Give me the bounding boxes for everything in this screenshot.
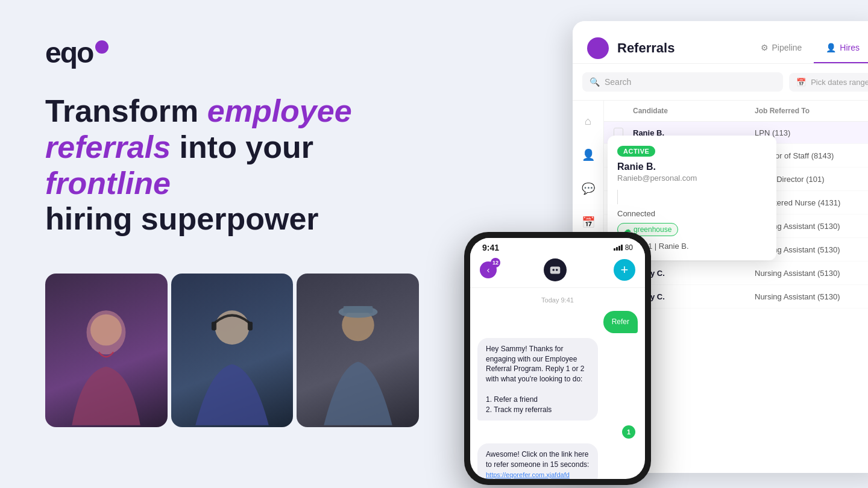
back-button-wrapper: ‹ 12 <box>480 261 497 278</box>
tab-hires-label: Hires <box>840 43 860 52</box>
chat-messages: Today 9:41 Refer Hey Sammy! Thanks for e… <box>470 288 645 479</box>
photo-panel-1 <box>45 274 168 427</box>
message-bot-1: Hey Sammy! Thanks for engaging with our … <box>477 338 598 421</box>
col-candidate: Candidate <box>633 107 755 115</box>
logo-dot <box>95 40 108 54</box>
referral-link[interactable]: https://eqorefer.com.xjafdafd <box>486 471 570 478</box>
chat-avatar <box>544 258 567 281</box>
date-picker-label: Pick dates range <box>811 78 868 87</box>
phone-screen: 9:41 80 ‹ 12 <box>470 238 645 479</box>
tab-pipeline-label: Pipeline <box>772 43 802 52</box>
headline-part1: Transform <box>45 93 207 128</box>
headline-part3: into your <box>171 130 313 164</box>
active-badge: ACTIVE <box>617 146 655 157</box>
phone-header: ‹ 12 + <box>470 255 645 288</box>
col-job: Job Referred To <box>755 107 868 115</box>
message-refer: Refer <box>603 311 638 333</box>
sidebar-user[interactable]: 👤 <box>577 144 599 166</box>
tooltip-email: Ranieb@personal.com <box>617 174 767 183</box>
person-silhouette-2 <box>183 296 281 427</box>
tab-hires[interactable]: 👤 Hires <box>814 33 868 63</box>
badge-row: 1 <box>622 425 638 439</box>
svg-rect-4 <box>248 322 253 331</box>
logo: eqo <box>45 36 467 69</box>
headline: Transform employee referrals into your f… <box>45 93 437 237</box>
table-header: Candidate Job Referred To <box>604 101 868 122</box>
job-title: Nursing Assistant (5130) <box>755 269 868 278</box>
desktop-logo-dot <box>587 37 609 59</box>
sidebar-home[interactable]: ⌂ <box>577 110 599 132</box>
headline-purple1: employee <box>207 93 352 128</box>
message-bot-2: Awesome! Click on the link here to refer… <box>477 443 598 479</box>
left-section: eqo Transform employee referrals into yo… <box>45 0 467 488</box>
photo-collage <box>45 274 419 427</box>
search-icon: 🔍 <box>590 77 600 87</box>
connector-line <box>617 190 618 204</box>
notification-badge: 1 <box>622 425 635 439</box>
search-box[interactable]: 🔍 Search <box>582 72 783 92</box>
tooltip-name: Ranie B. <box>617 161 767 172</box>
headline-part4: hiring superpower <box>45 201 319 236</box>
search-placeholder: Search <box>605 77 631 87</box>
person-silhouette-3 <box>309 296 407 427</box>
desktop-header: Referrals ⚙ Pipeline 👤 Hires <box>573 21 868 64</box>
sidebar-calendar[interactable]: 📅 <box>577 211 599 233</box>
headline-part2: referrals <box>45 130 171 164</box>
back-button[interactable]: ‹ 12 <box>480 261 497 278</box>
desktop-toolbar: 🔍 Search 📅 Pick dates range <box>573 64 868 101</box>
sidebar-chat[interactable]: 💬 <box>577 178 599 199</box>
phone-indicators: 80 <box>614 243 633 252</box>
person-silhouette-1 <box>57 296 155 427</box>
calendar-icon: 📅 <box>796 78 806 87</box>
chat-bot-icon <box>549 263 562 277</box>
phone-status-bar: 9:41 80 <box>470 238 645 255</box>
candidate-name: Jessy C. <box>633 269 755 278</box>
tab-pipeline[interactable]: ⚙ Pipeline <box>749 33 814 63</box>
headline-purple2: frontline <box>45 166 171 201</box>
battery-text: 80 <box>625 243 633 252</box>
logo-text: eqo <box>45 36 93 69</box>
pipeline-icon: ⚙ <box>761 43 769 52</box>
desktop-app-title: Referrals <box>617 40 737 56</box>
svg-point-1 <box>90 314 122 346</box>
compose-button[interactable]: + <box>614 259 635 281</box>
candidate-name: Jessy C. <box>633 292 755 301</box>
desktop-tabs: ⚙ Pipeline 👤 Hires <box>749 33 869 63</box>
bot-message-text-2: Awesome! Click on the link here to refer… <box>486 450 589 479</box>
svg-point-10 <box>552 269 555 271</box>
svg-rect-9 <box>550 267 561 274</box>
date-picker[interactable]: 📅 Pick dates range <box>789 73 868 92</box>
hires-icon: 👤 <box>826 43 836 52</box>
photo-panel-2 <box>171 274 294 427</box>
connected-label: Connected <box>617 209 767 218</box>
signal-icon <box>614 245 623 251</box>
svg-point-11 <box>556 269 558 271</box>
phone-time: 9:41 <box>482 243 499 252</box>
checkbox-header <box>614 107 633 115</box>
chat-timestamp: Today 9:41 <box>477 296 638 304</box>
photo-panel-3 <box>297 274 419 427</box>
job-title: Nursing Assistant (5130) <box>755 292 868 301</box>
phone-frame: 9:41 80 ‹ 12 <box>464 232 651 485</box>
back-badge: 12 <box>491 258 500 267</box>
bot-message-text: Hey Sammy! Thanks for engaging with our … <box>486 345 584 414</box>
svg-rect-3 <box>212 322 216 331</box>
svg-rect-8 <box>343 306 373 313</box>
phone-container: 9:41 80 ‹ 12 <box>464 232 651 485</box>
